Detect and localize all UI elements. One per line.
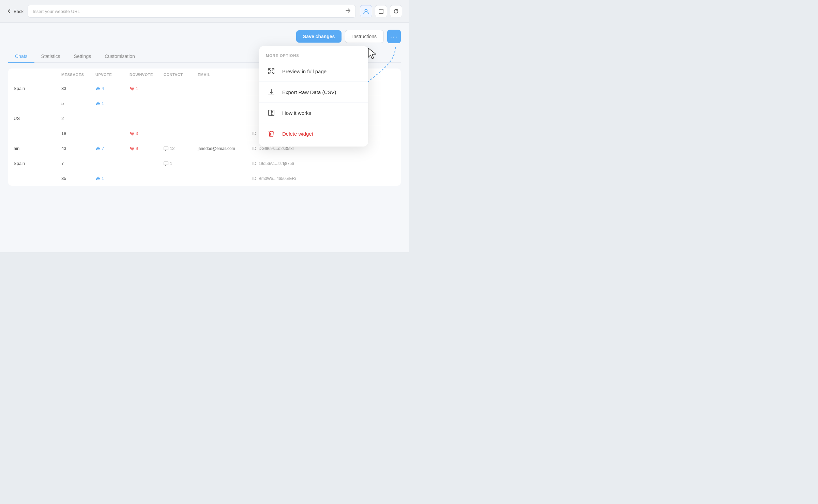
tab-customisation[interactable]: Customisation bbox=[98, 50, 142, 63]
expand-arrows-icon bbox=[266, 66, 277, 77]
back-button[interactable]: Back bbox=[7, 9, 24, 14]
back-label: Back bbox=[14, 9, 24, 14]
thumbs-up-icon bbox=[95, 146, 100, 151]
dropdown-item-delete[interactable]: Delete widget bbox=[259, 123, 368, 144]
cell-messages: 18 bbox=[61, 131, 95, 136]
url-input[interactable]: Insert your website URL bbox=[33, 9, 80, 14]
cell-upvote: 1 bbox=[95, 101, 130, 106]
thumbs-down-icon bbox=[130, 146, 134, 151]
cell-contact: 12 bbox=[164, 146, 198, 151]
cell-messages: 33 bbox=[61, 86, 95, 91]
cell-contact: 1 bbox=[164, 161, 198, 166]
cell-upvote: 4 bbox=[95, 86, 130, 91]
browser-chrome: Back Insert your website URL bbox=[0, 0, 409, 23]
expand-icon bbox=[378, 9, 384, 14]
cell-messages: 43 bbox=[61, 146, 95, 151]
url-submit-button[interactable] bbox=[345, 8, 351, 15]
dropdown-item-label: Export Raw Data (CSV) bbox=[282, 89, 336, 95]
user-icon bbox=[363, 8, 369, 14]
submit-icon bbox=[345, 8, 351, 13]
refresh-icon-button[interactable] bbox=[390, 5, 402, 17]
cell-country: Spain bbox=[14, 161, 61, 166]
dropdown-item-how-it-works[interactable]: How it works bbox=[259, 103, 368, 123]
main-content: Save changes Instructions ··· Chats Stat… bbox=[0, 23, 409, 252]
cell-messages: 5 bbox=[61, 101, 95, 106]
instructions-button[interactable]: Instructions bbox=[345, 30, 384, 43]
message-icon bbox=[164, 146, 168, 151]
cell-upvote: 1 bbox=[95, 176, 130, 181]
refresh-icon bbox=[393, 9, 399, 14]
save-changes-button[interactable]: Save changes bbox=[296, 30, 342, 43]
table-row: 35 1 ID: Bm0We...46505rERi bbox=[8, 171, 401, 186]
cell-messages: 2 bbox=[61, 116, 95, 121]
cell-email: janedoe@email.com bbox=[198, 146, 252, 151]
dropdown-item-label: Delete widget bbox=[282, 131, 313, 137]
book-icon bbox=[266, 107, 277, 118]
col-header-messages: MESSAGES bbox=[61, 73, 95, 77]
svg-rect-2 bbox=[164, 162, 168, 165]
col-header-country bbox=[14, 73, 61, 77]
more-dots-icon: ··· bbox=[390, 33, 398, 41]
dropdown-item-label: Preview in full page bbox=[282, 68, 327, 74]
cell-downvote: 1 bbox=[130, 86, 164, 91]
cell-messages: 7 bbox=[61, 161, 95, 166]
cell-downvote: 3 bbox=[130, 131, 164, 136]
cell-country: US bbox=[14, 116, 61, 121]
cell-country: Spain bbox=[14, 86, 61, 91]
thumbs-down-icon bbox=[130, 131, 134, 136]
dropdown-header: MORE OPTIONS bbox=[259, 49, 368, 61]
back-icon bbox=[7, 9, 12, 14]
tab-chats[interactable]: Chats bbox=[8, 50, 34, 63]
trash-icon bbox=[266, 128, 277, 139]
thumbs-down-icon bbox=[130, 86, 134, 91]
more-options-dropdown: MORE OPTIONS Preview in full page Export… bbox=[259, 46, 368, 147]
download-icon bbox=[266, 87, 277, 97]
browser-actions bbox=[360, 5, 402, 17]
col-header-email: EMAIL bbox=[198, 73, 252, 77]
cell-id: ID: 19o56A1...tsrfj8756 bbox=[252, 161, 320, 166]
cell-id: ID: DGf969s...d2s35f8l bbox=[252, 146, 320, 151]
dropdown-item-export[interactable]: Export Raw Data (CSV) bbox=[259, 82, 368, 103]
toolbar: Save changes Instructions ··· bbox=[8, 30, 401, 43]
dropdown-item-preview[interactable]: Preview in full page bbox=[259, 61, 368, 82]
url-bar[interactable]: Insert your website URL bbox=[28, 5, 356, 18]
user-icon-button[interactable] bbox=[360, 5, 372, 17]
col-header-downvote: DOWNVOTE bbox=[130, 73, 164, 77]
thumbs-up-icon bbox=[95, 101, 100, 106]
expand-icon-button[interactable] bbox=[375, 5, 387, 17]
tab-statistics[interactable]: Statistics bbox=[34, 50, 67, 63]
svg-rect-1 bbox=[164, 147, 168, 150]
cell-id: ID: Bm0We...46505rERi bbox=[252, 176, 320, 181]
more-options-button[interactable]: ··· bbox=[387, 30, 401, 43]
cell-upvote: 7 bbox=[95, 146, 130, 151]
table-row: Spain 7 1 ID: 19o56A1...tsrfj8756 bbox=[8, 156, 401, 171]
thumbs-up-icon bbox=[95, 86, 100, 91]
col-header-contact: CONTACT bbox=[164, 73, 198, 77]
cell-country: ain bbox=[14, 146, 61, 151]
thumbs-up-icon bbox=[95, 176, 100, 181]
dropdown-item-label: How it works bbox=[282, 110, 311, 116]
col-header-upvote: UPVOTE bbox=[95, 73, 130, 77]
cell-downvote: 9 bbox=[130, 146, 164, 151]
tab-settings[interactable]: Settings bbox=[67, 50, 98, 63]
message-icon bbox=[164, 161, 168, 166]
cell-messages: 35 bbox=[61, 176, 95, 181]
